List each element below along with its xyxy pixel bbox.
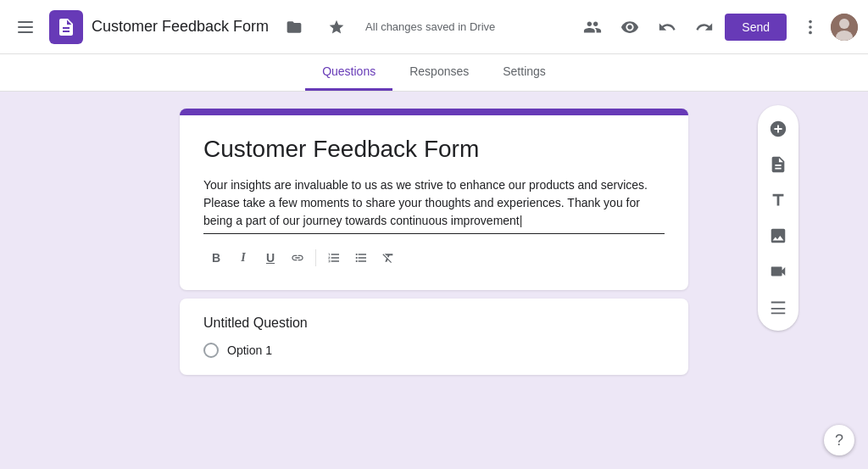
document-title: Customer Feedback Form: [92, 18, 269, 36]
option-row: Option 1: [203, 343, 665, 358]
help-button[interactable]: ?: [824, 425, 854, 455]
collaborators-icon[interactable]: [576, 10, 609, 44]
header-left: Customer Feedback Form All changes saved…: [10, 10, 567, 44]
link-button[interactable]: [285, 246, 310, 270]
bullet-list-button[interactable]: [348, 246, 374, 270]
tab-questions[interactable]: Questions: [305, 54, 392, 91]
redo-icon[interactable]: [687, 10, 721, 44]
italic-button[interactable]: I: [231, 246, 256, 270]
add-title-tool[interactable]: [761, 183, 795, 217]
toolbar-divider: [315, 249, 316, 266]
tabs-bar: Questions Responses Settings: [0, 54, 868, 92]
question-title[interactable]: Untitled Question: [203, 315, 665, 331]
header-right: Send: [576, 10, 858, 44]
svg-point-5: [809, 31, 812, 34]
star-icon[interactable]: [320, 10, 353, 44]
bold-button[interactable]: B: [203, 246, 229, 270]
radio-button[interactable]: [203, 343, 219, 358]
more-options-icon[interactable]: [793, 10, 827, 44]
question-card: Untitled Question Option 1: [180, 299, 688, 375]
tab-settings[interactable]: Settings: [486, 54, 563, 91]
svg-rect-1: [18, 26, 33, 28]
form-title-card: Customer Feedback Form Your insights are…: [180, 109, 688, 290]
formatting-toolbar: B I U: [203, 243, 665, 273]
description-text: Your insights are invaluable to us as we…: [203, 178, 648, 227]
svg-rect-0: [18, 21, 33, 23]
numbered-list-button[interactable]: [321, 246, 347, 270]
forms-logo: [49, 10, 83, 44]
form-title[interactable]: Customer Feedback Form: [203, 136, 665, 163]
folder-icon[interactable]: [277, 10, 311, 44]
underline-button[interactable]: U: [258, 246, 283, 270]
option-label: Option 1: [227, 343, 272, 357]
add-image-tool[interactable]: [761, 219, 795, 253]
tab-responses[interactable]: Responses: [392, 54, 486, 91]
avatar[interactable]: [831, 14, 858, 41]
add-video-tool[interactable]: [761, 254, 795, 288]
save-status: All changes saved in Drive: [365, 20, 495, 33]
svg-point-7: [839, 19, 849, 29]
app-header: Customer Feedback Form All changes saved…: [0, 0, 868, 54]
add-question-tool[interactable]: [761, 112, 795, 146]
add-section-tool[interactable]: [761, 290, 795, 324]
main-content: Customer Feedback Form Your insights are…: [0, 92, 868, 465]
clear-format-button[interactable]: [376, 246, 401, 270]
svg-point-4: [809, 25, 812, 29]
send-button[interactable]: Send: [725, 14, 787, 41]
preview-icon[interactable]: [613, 10, 647, 44]
menu-icon[interactable]: [10, 12, 41, 42]
undo-icon[interactable]: [650, 10, 684, 44]
import-questions-tool[interactable]: [761, 148, 795, 181]
form-area: Customer Feedback Form Your insights are…: [180, 109, 688, 448]
svg-point-3: [809, 20, 812, 23]
svg-rect-2: [18, 31, 33, 33]
form-description[interactable]: Your insights are invaluable to us as we…: [203, 176, 665, 234]
cursor: [520, 214, 523, 227]
right-sidebar: [758, 105, 798, 331]
